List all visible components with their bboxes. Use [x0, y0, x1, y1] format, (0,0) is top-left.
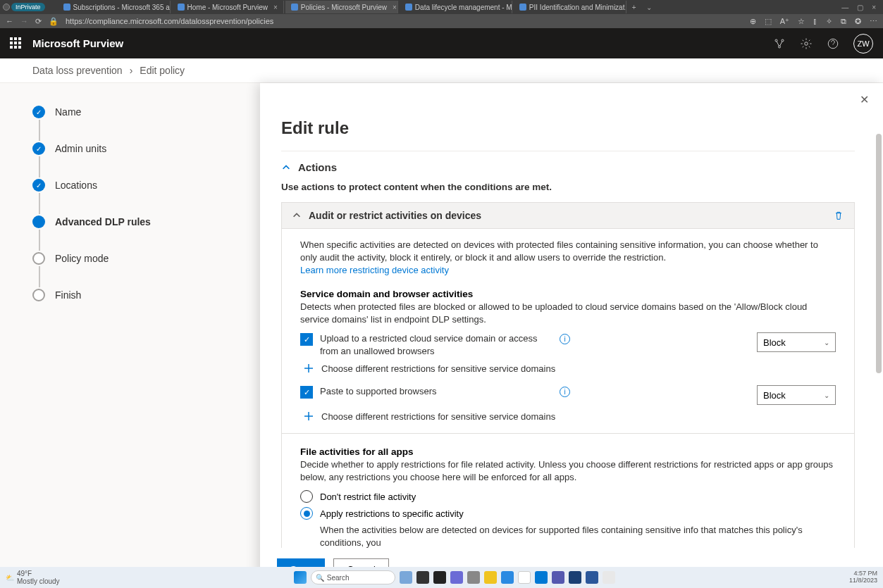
- close-icon[interactable]: ×: [273, 4, 278, 11]
- purview-header: Microsoft Purview ZW: [0, 28, 883, 58]
- step-bullet-done: [32, 179, 45, 192]
- taskbar-app-icon[interactable]: [518, 571, 531, 584]
- card-title: Audit or restrict activities on devices: [309, 210, 826, 221]
- windows-taskbar: ⛅ 49°F Mostly cloudy 🔍Search 4:57 PM 11/…: [0, 567, 883, 588]
- file-activities-description: Decide whether to apply restrictions for…: [300, 458, 836, 483]
- dont-restrict-radio[interactable]: [300, 490, 313, 503]
- info-icon[interactable]: i: [560, 334, 570, 344]
- start-icon[interactable]: [294, 571, 307, 584]
- forward-icon: →: [20, 17, 28, 25]
- add-sensitive-domain-restrictions-1[interactable]: Choose different restrictions for sensit…: [303, 363, 836, 374]
- dont-restrict-label: Don't restrict file activity: [320, 492, 416, 502]
- browser-tab[interactable]: Home - Microsoft Purview×: [172, 1, 284, 13]
- tab-menu-icon[interactable]: ⌄: [642, 4, 656, 11]
- apply-restrictions-subtext: When the activities below are detected o…: [320, 524, 836, 548]
- upload-checkbox[interactable]: [300, 333, 313, 346]
- taskbar-app-icon[interactable]: [569, 571, 581, 584]
- refresh-icon[interactable]: ⟳: [35, 17, 42, 26]
- actions-section-toggle[interactable]: Actions: [281, 161, 855, 173]
- gear-icon[interactable]: [800, 37, 813, 50]
- actions-description: Use actions to protect content when the …: [281, 182, 855, 192]
- close-panel-icon[interactable]: ✕: [860, 93, 869, 106]
- weather-widget[interactable]: ⛅ 49°F Mostly cloudy: [6, 570, 60, 585]
- zoom-icon[interactable]: ⊕: [750, 17, 756, 26]
- taskbar-app-icon[interactable]: [586, 571, 598, 584]
- step-bullet-done: [32, 106, 45, 118]
- taskbar-app-icon[interactable]: [535, 571, 548, 584]
- step-name[interactable]: Name: [55, 106, 81, 118]
- app-launcher-icon[interactable]: [10, 37, 23, 50]
- close-window-icon[interactable]: ×: [872, 4, 876, 11]
- split-icon[interactable]: ⫿: [813, 17, 817, 25]
- maximize-icon[interactable]: ▢: [857, 4, 863, 11]
- taskbar-app-icon[interactable]: [603, 571, 615, 584]
- info-icon[interactable]: i: [560, 387, 570, 397]
- lock-icon[interactable]: 🔒: [49, 17, 58, 26]
- card-header-toggle[interactable]: Audit or restrict activities on devices: [282, 203, 854, 229]
- taskbar-app-icon[interactable]: [552, 571, 564, 584]
- browser-tab[interactable]: Subscriptions - Microsoft 365 a…×: [58, 1, 171, 13]
- avatar[interactable]: ZW: [853, 34, 873, 54]
- paste-restriction-dropdown[interactable]: Block⌄: [757, 385, 836, 405]
- new-tab-button[interactable]: +: [628, 4, 641, 11]
- plus-icon: [303, 363, 314, 374]
- back-icon[interactable]: ←: [6, 17, 13, 25]
- step-admin-units[interactable]: Admin units: [55, 143, 106, 154]
- service-domain-heading: Service domain and browser activities: [300, 289, 836, 299]
- lineage-icon[interactable]: [773, 37, 786, 50]
- taskbar-app-icon[interactable]: [467, 571, 480, 584]
- step-policy-mode[interactable]: Policy mode: [55, 253, 109, 264]
- browser-tab[interactable]: PII Identification and Minimizat…×: [514, 1, 626, 13]
- favorites-bar-icon[interactable]: ✧: [826, 17, 832, 26]
- profile-icon[interactable]: [3, 4, 10, 11]
- file-activities-heading: File activities for all apps: [300, 446, 836, 457]
- svg-point-3: [805, 42, 808, 45]
- product-title: Microsoft Purview: [32, 37, 123, 49]
- delete-icon[interactable]: [833, 210, 844, 221]
- browser-tab-active[interactable]: Policies - Microsoft Purview×: [285, 1, 398, 13]
- extensions-icon[interactable]: ✪: [855, 17, 861, 26]
- breadcrumb: Data loss prevention › Edit policy: [0, 58, 883, 83]
- taskbar-search[interactable]: 🔍Search: [311, 570, 395, 584]
- read-aloud-icon[interactable]: A⁺: [780, 17, 789, 26]
- url-text[interactable]: https://compliance.microsoft.com/datalos…: [66, 17, 743, 25]
- learn-more-link[interactable]: Learn more restricting device activity: [300, 265, 449, 275]
- taskbar-app-icon[interactable]: [433, 571, 446, 584]
- collections-icon[interactable]: ⧉: [841, 17, 846, 26]
- step-locations[interactable]: Locations: [55, 180, 97, 191]
- paste-label: Paste to supported browsers: [320, 385, 552, 398]
- taskbar-app-icon[interactable]: [484, 571, 497, 584]
- chevron-down-icon: ⌄: [824, 339, 829, 346]
- sync-icon[interactable]: ⬚: [765, 17, 772, 26]
- plus-icon: [303, 411, 314, 422]
- svg-point-1: [782, 39, 784, 42]
- paste-checkbox[interactable]: [300, 386, 313, 399]
- apply-restrictions-radio[interactable]: [300, 507, 313, 520]
- taskbar-app-icon[interactable]: [450, 571, 463, 584]
- taskbar-app-icon[interactable]: [501, 571, 514, 584]
- svg-point-2: [779, 46, 781, 48]
- browser-tab[interactable]: Data lifecycle management - M…×: [400, 1, 512, 13]
- step-bullet-done: [32, 142, 45, 155]
- inprivate-badge: InPrivate: [11, 3, 45, 11]
- taskbar-app-icon[interactable]: [400, 571, 412, 584]
- upload-restriction-dropdown[interactable]: Block⌄: [757, 332, 836, 352]
- step-bullet-todo: [32, 289, 45, 301]
- system-tray-clock[interactable]: 4:57 PM 11/8/2023: [849, 570, 877, 584]
- card-description: When specific activities are detected on…: [300, 239, 836, 263]
- step-finish[interactable]: Finish: [55, 289, 81, 301]
- minimize-icon[interactable]: —: [841, 4, 848, 11]
- svg-point-0: [775, 39, 777, 42]
- favorite-icon[interactable]: ☆: [798, 17, 805, 26]
- breadcrumb-item[interactable]: Data loss prevention: [32, 65, 123, 76]
- wizard-steps: Name Admin units Locations Advanced DLP …: [0, 83, 261, 588]
- add-sensitive-domain-restrictions-2[interactable]: Choose different restrictions for sensit…: [303, 411, 836, 422]
- taskbar-app-icon[interactable]: [416, 571, 429, 584]
- more-icon[interactable]: ⋯: [870, 17, 877, 26]
- help-icon[interactable]: [827, 37, 839, 50]
- panel-title: Edit rule: [281, 118, 855, 138]
- upload-label: Upload to a restricted cloud service dom…: [320, 332, 552, 357]
- close-icon[interactable]: ×: [393, 4, 397, 11]
- scrollbar[interactable]: [876, 134, 882, 373]
- step-advanced-dlp-rules[interactable]: Advanced DLP rules: [55, 216, 151, 227]
